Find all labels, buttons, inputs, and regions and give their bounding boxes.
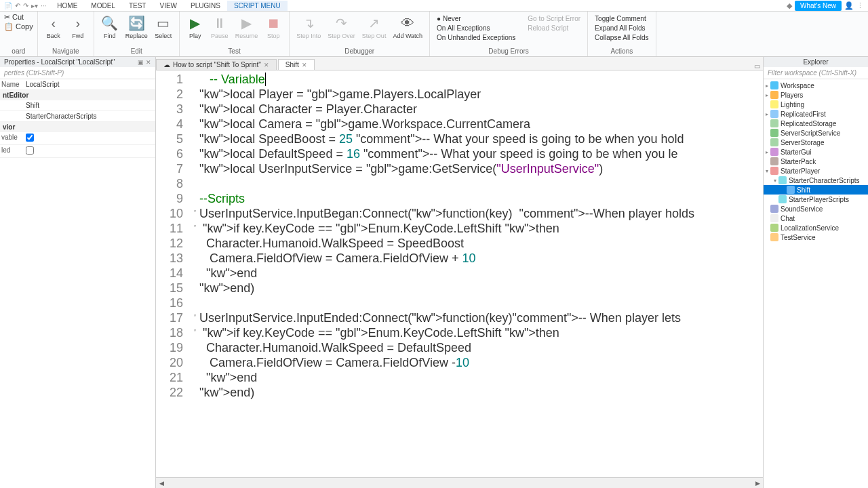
tree-node-serverscriptservice[interactable]: ServerScriptService xyxy=(764,128,868,138)
service-icon xyxy=(770,167,778,175)
editor-area: ☁How to script "Shift To Sprint"✕Shift✕▭… xyxy=(156,57,763,488)
expand-icon[interactable]: ▾ xyxy=(764,168,770,174)
tree-node-localizationservice[interactable]: LocalizationService xyxy=(764,223,868,232)
whats-new-button[interactable]: What's New xyxy=(795,1,842,11)
editor-tab[interactable]: Shift✕ xyxy=(278,59,315,70)
expand-folds-button[interactable]: Expand All Folds xyxy=(592,24,651,33)
tree-node-workspace[interactable]: ▸Workspace xyxy=(764,81,868,90)
explorer-filter[interactable]: Filter workspace (Ctrl-Shift-X) xyxy=(764,67,868,79)
tree-node-replicatedstorage[interactable]: ReplicatedStorage xyxy=(764,119,868,128)
menu-tab-test[interactable]: TEST xyxy=(122,1,153,11)
service-icon xyxy=(770,81,778,89)
properties-filter[interactable]: perties (Ctrl-Shift-P) xyxy=(0,67,155,79)
tree-node-shift[interactable]: Shift xyxy=(764,185,868,195)
archivable-checkbox[interactable] xyxy=(26,134,34,142)
goto-error-button: Go to Script Error xyxy=(525,14,583,23)
explorer-tree: ▸Workspace▸PlayersLighting▸ReplicatedFir… xyxy=(764,79,868,488)
add-watch-button[interactable]: 👁Add Watch xyxy=(390,13,425,47)
menu-tab-home[interactable]: HOME xyxy=(50,1,84,11)
help-icon[interactable]: ◆ xyxy=(787,1,792,10)
find-button[interactable]: 🔍Find xyxy=(98,13,121,47)
group-clipboard: oard xyxy=(4,47,33,56)
expand-icon[interactable]: ▸ xyxy=(764,149,770,155)
menu-tab-view[interactable]: VIEW xyxy=(153,1,184,11)
expand-icon[interactable]: ▾ xyxy=(772,178,778,184)
tree-node-lighting[interactable]: Lighting xyxy=(764,100,868,109)
tree-node-starterpack[interactable]: StarterPack xyxy=(764,157,868,166)
properties-panel: Properties - LocalScript "LocalScript"▣ … xyxy=(0,57,156,488)
share-icon[interactable]: ⋮ xyxy=(856,1,864,10)
select-button[interactable]: ▭Select xyxy=(152,13,175,47)
service-icon xyxy=(778,176,787,184)
tree-node-starterplayer[interactable]: ▾StarterPlayer xyxy=(764,166,868,176)
service-icon xyxy=(770,214,778,222)
prop-parent-value[interactable]: StarterCharacterScripts xyxy=(26,113,96,120)
stop-button: ⏹Stop xyxy=(262,13,285,47)
tree-node-soundservice[interactable]: SoundService xyxy=(764,204,868,214)
service-icon xyxy=(770,224,778,232)
menu-tab-model[interactable]: MODEL xyxy=(84,1,122,11)
replace-button[interactable]: 🔄Replace xyxy=(123,13,151,47)
more-icon[interactable]: ··· xyxy=(41,2,46,9)
redo-icon[interactable]: ↷ xyxy=(23,2,28,9)
service-icon xyxy=(778,195,787,203)
service-icon xyxy=(770,233,778,241)
disabled-checkbox[interactable] xyxy=(26,146,34,155)
prop-cat-behavior[interactable]: vior xyxy=(0,122,155,132)
reload-script-button: Reload Script xyxy=(525,24,583,33)
back-button[interactable]: ‹Back xyxy=(42,13,65,47)
expand-icon[interactable]: ▸ xyxy=(764,92,770,98)
user-icon[interactable]: 👤 xyxy=(844,1,854,10)
service-icon xyxy=(770,119,778,127)
code-editor[interactable]: 12345678910111213141516171819202122 ˅˅˅˅… xyxy=(156,70,763,477)
play-button[interactable]: ▶Play xyxy=(184,13,207,47)
undo-icon[interactable]: ↶ xyxy=(15,2,20,9)
panel-buttons[interactable]: ▣ ✕ xyxy=(138,59,151,66)
menu-tab-plugins[interactable]: PLUGINS xyxy=(184,1,227,11)
service-icon xyxy=(770,157,778,165)
expand-icon[interactable]: ▸ xyxy=(764,83,770,89)
horizontal-scrollbar[interactable]: ◀ ▶ xyxy=(156,477,763,488)
menu-tab-script-menu[interactable]: SCRIPT MENU xyxy=(227,1,288,11)
prop-cat-editor[interactable]: ntEditor xyxy=(0,90,155,100)
copy-button[interactable]: 📋 Copy xyxy=(4,22,33,31)
editor-controls[interactable]: ▭ xyxy=(754,62,763,70)
scroll-left-icon[interactable]: ◀ xyxy=(156,480,167,487)
close-icon[interactable]: ✕ xyxy=(302,62,307,68)
never-option[interactable]: ● Never xyxy=(434,14,518,23)
tree-node-starterplayerscripts[interactable]: StarterPlayerScripts xyxy=(764,195,868,204)
all-exceptions-option[interactable]: On All Exceptions xyxy=(434,24,518,33)
tree-node-serverstorage[interactable]: ServerStorage xyxy=(764,138,868,147)
editor-tab[interactable]: ☁How to script "Shift To Sprint"✕ xyxy=(156,59,277,70)
close-icon[interactable]: ✕ xyxy=(264,62,269,68)
tree-node-startercharacterscripts[interactable]: ▾StarterCharacterScripts xyxy=(764,176,868,185)
menubar: 📄 ↶ ↷ ▸▾ ··· HOMEMODELTESTVIEWPLUGINSSCR… xyxy=(0,0,868,12)
play-dropdown-icon[interactable]: ▸▾ xyxy=(31,2,38,9)
pause-button: ⏸Pause xyxy=(208,13,231,47)
tree-node-replicatedfirst[interactable]: ▸ReplicatedFirst xyxy=(764,109,868,119)
file-icon[interactable]: 📄 xyxy=(4,2,12,9)
service-icon xyxy=(770,205,778,213)
fwd-button[interactable]: ›Fwd xyxy=(66,13,90,47)
unhandled-option[interactable]: On Unhandled Exceptions xyxy=(434,33,518,42)
explorer-title: Explorer xyxy=(803,58,828,66)
cut-button[interactable]: ✂ Cut xyxy=(4,13,33,22)
tree-node-players[interactable]: ▸Players xyxy=(764,90,868,100)
cloud-icon: ☁ xyxy=(163,61,170,68)
service-icon xyxy=(770,138,778,146)
step-over-button: ↷Step Over xyxy=(325,13,358,47)
expand-icon[interactable]: ▸ xyxy=(764,111,770,117)
prop-value[interactable]: Shift xyxy=(26,102,39,109)
service-icon xyxy=(770,100,778,108)
step-out-button: ↗Step Out xyxy=(359,13,389,47)
tree-node-startergui[interactable]: ▸StarterGui xyxy=(764,147,868,157)
resume-button: ▶Resume xyxy=(233,13,261,47)
service-icon xyxy=(770,129,778,137)
scroll-right-icon[interactable]: ▶ xyxy=(752,480,763,487)
toggle-comment-button[interactable]: Toggle Comment xyxy=(592,14,651,23)
tree-node-testservice[interactable]: TestService xyxy=(764,232,868,242)
prop-name-value[interactable]: LocalScript xyxy=(26,81,59,88)
service-icon xyxy=(770,110,778,118)
collapse-folds-button[interactable]: Collapse All Folds xyxy=(592,33,651,42)
tree-node-chat[interactable]: Chat xyxy=(764,214,868,223)
